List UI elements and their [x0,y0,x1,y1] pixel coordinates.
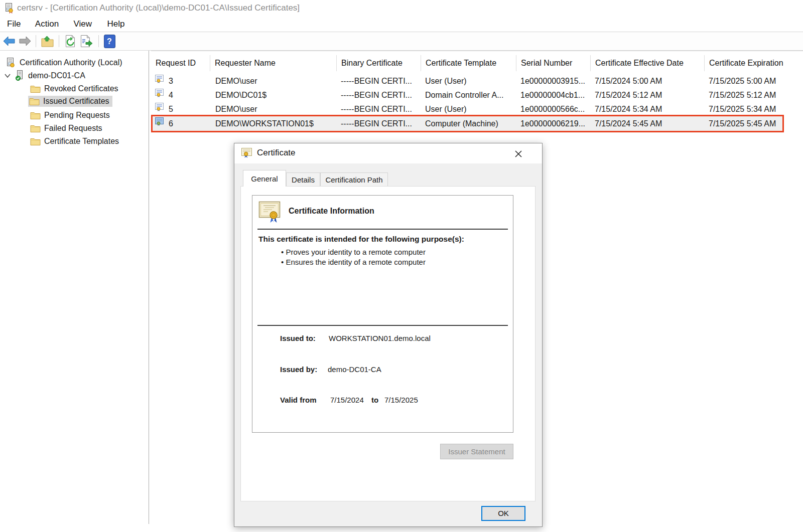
valid-from-label: Valid from [280,396,317,404]
tab-general[interactable]: General [243,170,286,187]
console-tree: Certification Authority (Local) demo-DC0… [0,51,149,532]
valid-to-word: to [371,396,378,404]
show-hide-console-tree-icon[interactable] [40,34,54,48]
tree-item-label: Certificate Templates [44,137,119,146]
tree-item-certificate-templates[interactable]: Certificate Templates [30,135,119,148]
expiration-date: 7/15/2025 5:45 AM [709,117,776,131]
requester-name: DEMO\user [215,102,257,116]
forward-icon[interactable] [18,34,32,48]
refresh-icon[interactable] [63,34,77,48]
toolbar-separator [36,35,36,47]
tree-item-pending-requests[interactable]: Pending Requests [30,109,110,122]
tree-item-certification-authority[interactable]: Certification Authority (Local) [5,56,122,69]
column-header-certificate-template[interactable]: Certificate Template [421,55,516,71]
chevron-down-icon[interactable] [4,73,11,78]
tree-item-label: Revoked Certificates [44,84,118,93]
certificate-icon [155,74,165,88]
expiration-date: 7/15/2025 5:34 AM [709,102,776,116]
column-header-binary-certificate[interactable]: Binary Certificate [337,55,421,71]
help-glyph: ? [104,35,115,48]
menu-bar: File Action View Help [0,16,803,32]
help-icon[interactable]: ? [102,34,116,48]
purpose-item: Proves your identity to a remote compute… [281,248,426,256]
close-icon[interactable] [512,148,524,160]
issued-by-label: Issued by: [280,365,317,374]
menu-view[interactable]: View [74,19,92,29]
certificate-dialog: Certificate General Details Certificatio… [234,143,543,527]
tree-selection: Issued Certificates [28,96,112,107]
ok-button[interactable]: OK [481,506,525,521]
tree-item-failed-requests[interactable]: Failed Requests [30,122,102,135]
request-id: 3 [169,74,173,88]
certsrv-window: certsrv - [Certification Authority (Loca… [0,0,803,532]
effective-date: 7/15/2024 5:34 AM [595,102,662,116]
tree-item-label: Pending Requests [44,111,110,120]
general-tab-page: Certificate Information This certificate… [240,186,536,501]
serial-number: 1e00000003915... [520,74,585,88]
binary-certificate: -----BEGIN CERTI... [341,74,412,88]
folder-icon [30,137,41,146]
requester-name: DEMO\DC01$ [215,88,266,102]
request-id: 6 [169,117,173,131]
dialog-title: Certificate [257,148,296,158]
tree-item-label: Issued Certificates [43,97,109,106]
table-row[interactable]: 4 DEMO\DC01$ -----BEGIN CERTI... Domain … [151,88,803,102]
request-id: 5 [169,102,173,116]
issued-to-value: WORKSTATION01.demo.local [329,334,431,342]
column-header-effective-date[interactable]: Certificate Effective Date [591,55,705,71]
window-titlebar: certsrv - [Certification Authority (Loca… [0,0,803,16]
certificate-info-group: Certificate Information This certificate… [252,195,513,433]
purpose-heading: This certificate is intended for the fol… [258,235,464,244]
dialog-titlebar[interactable]: Certificate [234,143,542,163]
tree-item-issued-certificates[interactable]: Issued Certificates [28,95,112,108]
tree-item-revoked-certificates[interactable]: Revoked Certificates [30,82,118,95]
expiration-date: 7/15/2025 5:00 AM [709,74,776,88]
menu-file[interactable]: File [7,19,21,29]
serial-number: 1e00000006219... [520,117,585,131]
export-list-icon[interactable] [79,34,93,48]
binary-certificate: -----BEGIN CERTI... [341,102,412,116]
certificate-icon [241,148,253,160]
toolbar-separator [59,35,59,47]
menu-help[interactable]: Help [107,19,125,29]
effective-date: 7/15/2024 5:00 AM [595,74,662,88]
issued-by-value: demo-DC01-CA [328,365,381,374]
effective-date: 7/15/2024 5:12 AM [595,88,662,102]
toolbar: ? [0,32,803,51]
effective-date: 7/15/2024 5:45 AM [595,117,662,131]
binary-certificate: -----BEGIN CERTI... [341,117,412,131]
serial-number: 1e0000000566c... [520,102,585,116]
certificate-template: User (User) [425,102,467,116]
back-icon[interactable] [2,34,16,48]
certificate-icon [155,88,165,102]
menu-action[interactable]: Action [35,19,59,29]
column-header-serial-number[interactable]: Serial Number [516,55,591,71]
folder-icon [30,85,41,93]
valid-from-value: 7/15/2024 [330,396,364,404]
column-header-expiration-date[interactable]: Certificate Expiration [705,55,803,71]
tree-item-ca[interactable]: demo-DC01-CA [4,69,85,82]
table-row-selected[interactable]: 6 DEMO\WORKSTATION01$ -----BEGIN CERTI..… [151,117,803,131]
tree-item-label: demo-DC01-CA [28,71,85,80]
folder-icon [30,124,41,133]
valid-to-value: 7/15/2025 [384,396,418,404]
tab-certification-path[interactable]: Certification Path [320,172,388,187]
requester-name: DEMO\user [215,74,257,88]
table-row[interactable]: 3 DEMO\user -----BEGIN CERTI... User (Us… [151,74,803,88]
column-header-requester-name[interactable]: Requester Name [210,55,337,71]
serial-number: 1e00000004cb1... [520,88,585,102]
divider [257,325,508,326]
folder-icon [29,97,40,106]
certificate-icon-selected [155,117,165,131]
tree-item-label: Certification Authority (Local) [20,58,122,67]
ca-server-icon [15,70,25,81]
certificate-icon [155,102,165,116]
column-header-request-id[interactable]: Request ID [151,55,210,71]
divider [257,229,508,230]
certificate-template: Domain Controller A... [425,88,504,102]
certsrv-app-icon [4,3,15,16]
tab-details[interactable]: Details [286,172,320,187]
table-row[interactable]: 5 DEMO\user -----BEGIN CERTI... User (Us… [151,102,803,116]
issuer-statement-button[interactable]: Issuer Statement [440,444,513,459]
window-title: certsrv - [Certification Authority (Loca… [17,3,300,13]
